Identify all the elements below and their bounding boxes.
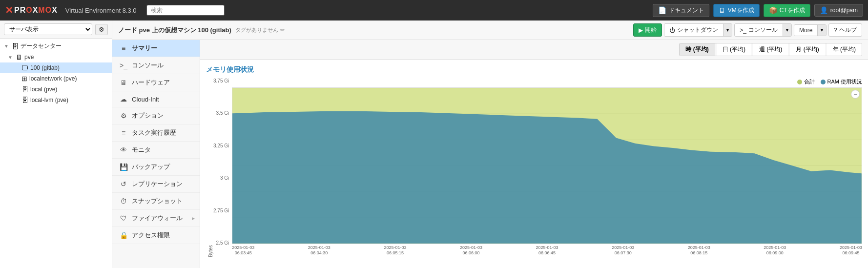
nav-item-backup[interactable]: 💾 バックアップ (112, 159, 200, 176)
vm-icon: 🖥 (719, 6, 725, 14)
tree-node-local[interactable]: 🗄 local (pve) (0, 84, 112, 95)
x-axis-labels: 2025-01-0306:03:452025-01-0306:04:302025… (232, 244, 862, 257)
shutdown-split-button: ⏻ シャットダウン ▾ (664, 23, 732, 37)
tree: ▼ 🗄 データセンター ▼ 🖥 pve 🖵 100 (gitlab) ⊞ loc… (0, 39, 112, 268)
nav-icon-cloudinit: ☁ (119, 95, 128, 103)
page-title-area: ノード pve 上の仮想マシン 100 (gitlab) タグがありません ✏ (118, 26, 629, 35)
x-axis-label: 2025-01-0306:09:00 (764, 245, 786, 256)
split-area: ≡ サマリー >_ コンソール 🖥 ハードウェア ☁ Cloud-Init ⚙ … (112, 40, 868, 268)
nav-item-monitor[interactable]: 👁 モニタ (112, 142, 200, 159)
node-label: pve (24, 54, 34, 61)
chart-right: 合計 RAM 使用状況 (232, 78, 862, 257)
time-year-button[interactable]: 年 (平均) (827, 43, 862, 56)
chart-minus-button[interactable]: − (851, 90, 860, 99)
nav-icon-console: >_ (119, 62, 128, 69)
x-axis-label: 2025-01-0306:04:30 (308, 245, 331, 256)
nav-item-options[interactable]: ⚙ オプション (112, 107, 200, 124)
x-axis-label: 2025-01-0306:05:15 (384, 245, 406, 256)
y-axis-label: 3.5 Gi (216, 110, 229, 116)
topbar: ✕ PROXMOX Virtual Environment 8.3.0 📄 ドキ… (0, 0, 868, 21)
nav-item-hardware[interactable]: 🖥 ハードウェア (112, 74, 200, 91)
more-main-button[interactable]: More (794, 25, 817, 36)
nav-item-console[interactable]: >_ コンソール (112, 57, 200, 74)
nav-label-permissions: アクセス権限 (132, 231, 170, 240)
nav-item-permissions[interactable]: 🔒 アクセス権限 (112, 227, 200, 244)
legend-item-ram: RAM 使用状況 (821, 78, 863, 85)
app-title: Virtual Environment 8.3.0 (65, 7, 137, 14)
time-day-button[interactable]: 日 (平均) (717, 43, 751, 56)
right-panel: 時 (平均) 日 (平均) 週 (平均) 月 (平均) 年 (平均) メモリ使用… (200, 40, 868, 268)
tree-node-vm100[interactable]: 🖵 100 (gitlab) (0, 62, 112, 73)
logo-x: ✕ (5, 4, 13, 16)
search-input[interactable] (146, 5, 225, 16)
y-axis-label: 3 Gi (220, 175, 229, 181)
y-axis-label: 3.25 Gi (213, 143, 229, 148)
nav-item-firewall[interactable]: 🛡 ファイアウォール (112, 210, 200, 227)
server-select[interactable]: サーバ表示 (4, 23, 92, 35)
doc-icon: 📄 (658, 6, 666, 14)
x-axis-label: 2025-01-0306:06:00 (460, 245, 482, 256)
nav-icon-snapshots: ⏱ (119, 197, 128, 205)
shutdown-dropdown-button[interactable]: ▾ (723, 24, 732, 36)
nav-label-tasklog: タスク実行履歴 (132, 128, 176, 137)
left-nav: ≡ サマリー >_ コンソール 🖥 ハードウェア ☁ Cloud-Init ⚙ … (112, 40, 200, 268)
node-icon: 🖵 (21, 64, 28, 72)
nav-item-snapshots[interactable]: ⏱ スナップショット (112, 193, 200, 210)
nav-item-summary[interactable]: ≡ サマリー (112, 40, 200, 57)
y-axis-label: 2.75 Gi (213, 208, 229, 213)
legend-label-ram: RAM 使用状況 (827, 78, 863, 85)
nav-label-console: コンソール (132, 61, 164, 70)
shutdown-icon: ⏻ (669, 27, 675, 34)
nav-item-tasklog[interactable]: ≡ タスク実行履歴 (112, 124, 200, 142)
tree-node-localnet[interactable]: ⊞ localnetwork (pve) (0, 73, 112, 84)
chart-svg-area: − (232, 87, 862, 244)
more-dropdown-button[interactable]: ▾ (817, 25, 826, 36)
x-axis-label: 2025-01-0306:03:45 (232, 245, 254, 256)
x-axis-label: 2025-01-0306:06:45 (536, 245, 558, 256)
node-label: local-lvm (pve) (30, 97, 68, 103)
content-header: ノード pve 上の仮想マシン 100 (gitlab) タグがありません ✏ … (112, 21, 868, 40)
legend-label-total: 合計 (804, 78, 815, 85)
legend-dot-ram (821, 80, 826, 84)
node-icon: 🗄 (12, 42, 19, 50)
help-button[interactable]: ? ヘルプ (828, 23, 862, 37)
chart-title: メモリ使用状況 (206, 65, 862, 74)
play-icon: ▶ (639, 27, 643, 34)
nav-icon-monitor: 👁 (119, 146, 128, 154)
console-dropdown-button[interactable]: ▾ (783, 24, 791, 36)
node-icon: ⊞ (21, 75, 27, 82)
chevron-icon: ▼ (4, 43, 10, 49)
sidebar: サーバ表示 ⚙ ▼ 🗄 データセンター ▼ 🖥 pve 🖵 100 (gitla… (0, 21, 112, 268)
gear-button[interactable]: ⚙ (95, 24, 108, 35)
nav-item-cloudinit[interactable]: ☁ Cloud-Init (112, 91, 200, 107)
nav-label-options: オプション (132, 111, 164, 120)
user-icon: 👤 (820, 6, 828, 14)
start-button[interactable]: ▶ 開始 (633, 23, 662, 37)
tag-badge[interactable]: タグがありません ✏ (235, 26, 285, 34)
node-label: localnetwork (pve) (29, 75, 77, 82)
nav-icon-backup: 💾 (119, 163, 128, 171)
time-week-button[interactable]: 週 (平均) (753, 43, 788, 56)
nav-item-replication[interactable]: ↺ レプリケーション (112, 176, 200, 193)
shutdown-main-button[interactable]: ⏻ シャットダウン (664, 24, 723, 36)
console-split-button: >_ コンソール ▾ (734, 23, 792, 37)
header-actions: ▶ 開始 ⏻ シャットダウン ▾ >_ コンソール ▾ (633, 23, 862, 37)
console-main-button[interactable]: >_ コンソール (735, 24, 783, 36)
create-ct-button[interactable]: 📦 CTを作成 (764, 4, 810, 17)
doc-button[interactable]: 📄 ドキュメント (653, 4, 709, 17)
create-vm-button[interactable]: 🖥 VMを作成 (713, 4, 760, 17)
chart-container: Bytes 3.75 Gi3.5 Gi3.25 Gi3 Gi2.75 Gi2.5… (206, 78, 862, 257)
tree-node-locallvm[interactable]: 🗄 local-lvm (pve) (0, 95, 112, 105)
tree-node-pve[interactable]: ▼ 🖥 pve (0, 52, 112, 62)
user-button[interactable]: 👤 root@pam (814, 4, 863, 17)
legend-item-total: 合計 (797, 78, 815, 85)
x-axis-label: 2025-01-0306:08:15 (688, 245, 710, 256)
server-select-bar: サーバ表示 ⚙ (0, 21, 112, 39)
node-icon: 🗄 (21, 85, 28, 93)
time-selector: 時 (平均) 日 (平均) 週 (平均) 月 (平均) 年 (平均) (679, 43, 862, 56)
time-hour-button[interactable]: 時 (平均) (680, 43, 714, 56)
nav-icon-summary: ≡ (119, 44, 128, 52)
tree-node-dc[interactable]: ▼ 🗄 データセンター (0, 41, 112, 52)
time-month-button[interactable]: 月 (平均) (790, 43, 825, 56)
console-icon: >_ (740, 27, 746, 34)
